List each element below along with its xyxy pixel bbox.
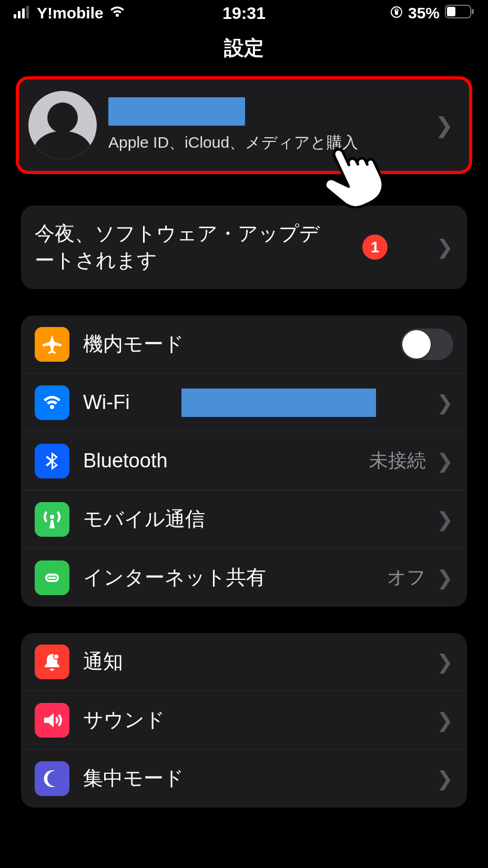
settings-group-connectivity: 機内モード Wi-Fi ❯ Bluetooth 未接続 ❯ モバイル通信 ❯ イ… <box>21 315 467 607</box>
avatar <box>28 91 97 159</box>
sound-icon <box>35 703 69 738</box>
row-cellular[interactable]: モバイル通信 ❯ <box>21 490 467 548</box>
moon-icon <box>35 761 69 796</box>
wifi-value-redacted <box>181 389 376 417</box>
software-update-card[interactable]: 今夜、ソフトウェア・アップデートされます 1 ❯ <box>21 206 467 289</box>
status-bar: Y!mobile 19:31 35% <box>0 0 488 26</box>
row-label: 通知 <box>83 648 123 675</box>
profile-subtitle: Apple ID、iCloud、メディアと購入 <box>108 132 358 154</box>
bell-icon <box>35 645 69 679</box>
chevron-right-icon: ❯ <box>435 113 459 138</box>
clock: 19:31 <box>0 4 488 23</box>
row-value: オフ <box>387 565 426 590</box>
antenna-icon <box>35 502 69 537</box>
row-label: モバイル通信 <box>83 506 205 533</box>
profile-row[interactable]: Apple ID、iCloud、メディアと購入 ❯ <box>16 76 472 174</box>
profile-name-redacted <box>108 97 245 126</box>
settings-group-alerts: 通知 ❯ サウンド ❯ 集中モード ❯ <box>21 633 467 808</box>
airplane-icon <box>35 327 69 362</box>
row-wifi[interactable]: Wi-Fi ❯ <box>21 373 467 432</box>
bluetooth-icon <box>35 444 69 478</box>
row-label: インターネット共有 <box>83 564 266 591</box>
chevron-right-icon: ❯ <box>436 767 453 790</box>
row-personal-hotspot[interactable]: インターネット共有 オフ ❯ <box>21 548 467 607</box>
chevron-right-icon: ❯ <box>436 650 453 673</box>
page-title: 設定 <box>0 26 488 76</box>
row-focus[interactable]: 集中モード ❯ <box>21 749 467 808</box>
link-icon <box>35 560 69 595</box>
update-badge: 1 <box>362 234 388 260</box>
svg-point-9 <box>50 515 54 519</box>
software-update-label: 今夜、ソフトウェア・アップデートされます <box>35 220 329 274</box>
chevron-right-icon: ❯ <box>436 391 453 414</box>
chevron-right-icon: ❯ <box>436 450 453 473</box>
airplane-toggle[interactable] <box>401 329 453 360</box>
row-sounds[interactable]: サウンド ❯ <box>21 691 467 749</box>
row-notifications[interactable]: 通知 ❯ <box>21 633 467 691</box>
row-label: Bluetooth <box>83 450 168 472</box>
chevron-right-icon: ❯ <box>436 709 453 732</box>
row-bluetooth[interactable]: Bluetooth 未接続 ❯ <box>21 432 467 490</box>
svg-point-10 <box>54 654 59 659</box>
chevron-right-icon: ❯ <box>436 566 453 589</box>
row-label: Wi-Fi <box>83 391 130 414</box>
row-airplane-mode[interactable]: 機内モード <box>21 315 467 373</box>
wifi-icon <box>35 385 69 420</box>
chevron-right-icon: ❯ <box>436 508 453 531</box>
row-value: 未接続 <box>369 448 426 474</box>
row-label: サウンド <box>83 707 165 733</box>
chevron-right-icon: ❯ <box>436 236 453 259</box>
row-label: 機内モード <box>83 331 184 358</box>
row-label: 集中モード <box>83 765 184 792</box>
